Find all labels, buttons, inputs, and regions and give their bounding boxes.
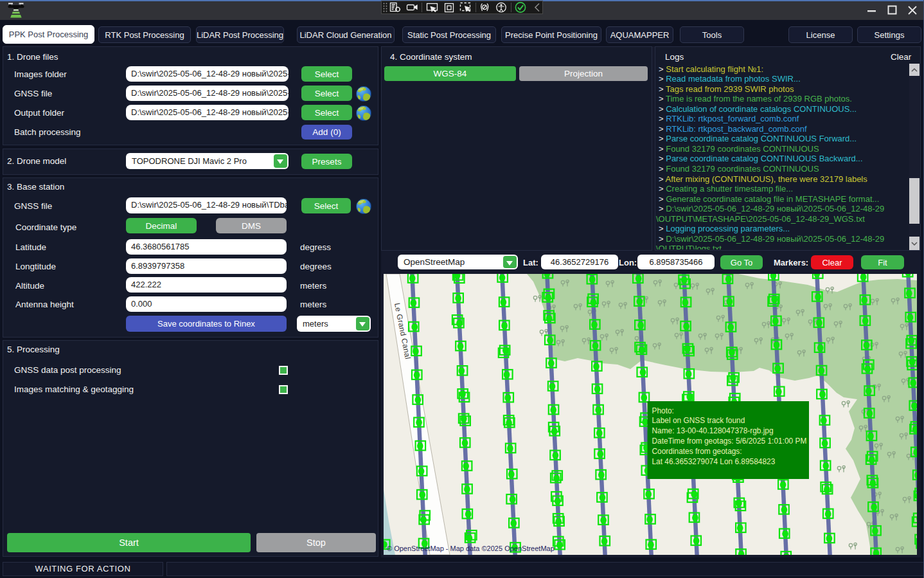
svg-text:DateTime from geotags: 5/6/202: DateTime from geotags: 5/6/2025 1:01:00 … bbox=[652, 437, 807, 446]
svg-text:© OpenStreetMap - Map data ©20: © OpenStreetMap - Map data ©2025 OpenStr… bbox=[387, 545, 555, 552]
svg-text:Label on GNSS track found: Label on GNSS track found bbox=[652, 416, 745, 425]
svg-text:Photo:: Photo: bbox=[652, 406, 674, 415]
svg-text:Lat 46.3653279074 Lon 6.895848: Lat 46.3653279074 Lon 6.89584823 bbox=[652, 457, 776, 466]
svg-text:Coordinates from geotags:: Coordinates from geotags: bbox=[652, 447, 742, 456]
svg-text:Name: 13-00-40.128047378-rgb.j: Name: 13-00-40.128047378-rgb.jpg bbox=[652, 426, 774, 435]
